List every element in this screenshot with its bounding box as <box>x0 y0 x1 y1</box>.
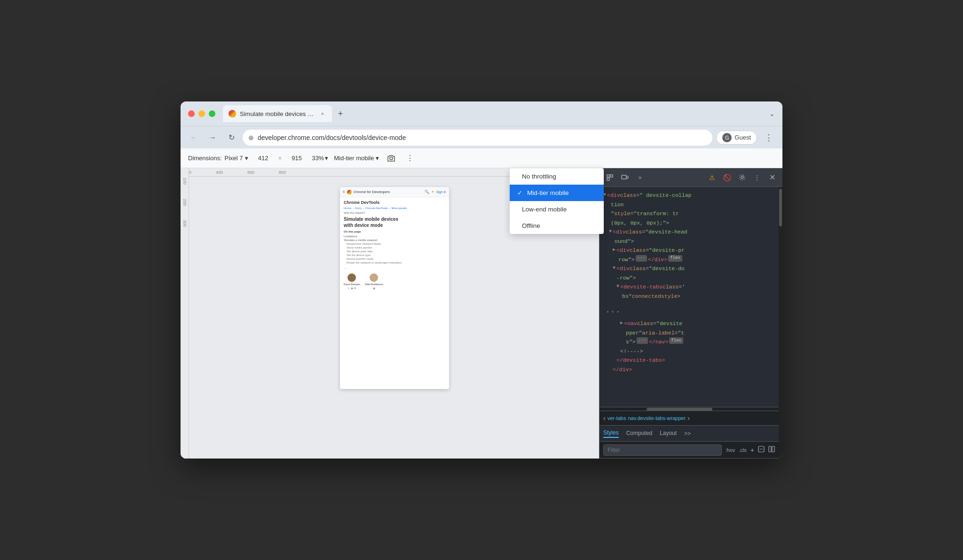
device-mode-toggle[interactable] <box>618 171 631 184</box>
device-picker[interactable]: Pixel 7 ▾ <box>225 155 248 162</box>
tab-dropdown-arrow[interactable]: ⌄ <box>769 110 775 117</box>
warnings-button[interactable]: ⚠ <box>705 171 718 184</box>
address-input[interactable] <box>258 134 707 141</box>
width-input[interactable] <box>254 155 273 162</box>
device-toc-subitem: Responsive Viewport Mode <box>344 242 445 246</box>
guest-label: Guest <box>734 134 751 141</box>
code-line: pper" aria-label="t <box>601 328 777 338</box>
throttle-option-mid-tier[interactable]: ✓ Mid-tier mobile <box>510 185 604 201</box>
pseudo-class-filter[interactable]: :hov <box>726 447 735 453</box>
svg-point-6 <box>741 176 743 179</box>
code-line: ound"> <box>601 237 777 246</box>
mid-tier-label: Mid-tier mobile <box>527 189 569 196</box>
device-brightness-icon: ✦ <box>431 190 434 194</box>
tab-computed[interactable]: Computed <box>626 430 652 437</box>
maximize-button[interactable] <box>209 110 215 117</box>
close-button[interactable] <box>188 110 195 117</box>
flex-badge-2[interactable]: flex <box>669 337 683 344</box>
breadcrumb-right-arrow[interactable]: › <box>687 414 690 422</box>
add-style-rule[interactable]: + <box>750 446 754 454</box>
back-button[interactable]: ← <box>186 130 201 145</box>
device-menu-icon: ≡ <box>343 190 345 194</box>
device-dropdown-arrow: ▾ <box>245 155 248 162</box>
minimize-button[interactable] <box>198 110 205 117</box>
code-line: ▶ <nav class="devsite <box>601 319 777 328</box>
device-author-2: Sofia Emelianova ⊛ <box>365 273 383 290</box>
throttle-option-low-end[interactable]: Low-end mobile <box>510 201 604 218</box>
element-selector-button[interactable] <box>603 171 616 184</box>
device-name: Pixel 7 <box>225 155 243 162</box>
active-tab[interactable]: Simulate mobile devices with × <box>223 105 332 122</box>
breadcrumb-item-nav[interactable]: nav.devsite-tabs-wrapper <box>628 415 686 421</box>
device-toc-item: Limitations <box>344 234 445 238</box>
expand-panel-button[interactable]: » <box>633 171 647 184</box>
device-toc-subitem: Rotate the viewport to landscape orienta… <box>344 261 445 264</box>
vertical-scrollbar[interactable] <box>779 187 782 459</box>
code-line: " style="transform: tr <box>601 209 777 218</box>
breadcrumb-item-tabs[interactable]: ver-tabs <box>608 415 626 421</box>
svg-rect-10 <box>772 446 774 452</box>
throttle-control[interactable]: Mid-tier mobile ▾ <box>334 155 379 162</box>
svg-rect-1 <box>607 175 609 177</box>
dom-tree: ▼ <div class=" devsite-collap tion " sty… <box>600 187 779 407</box>
selector-icon <box>606 174 614 181</box>
scrollbar-thumb[interactable] <box>779 189 782 226</box>
height-input[interactable] <box>287 155 306 162</box>
device-signin-label: Sign in <box>436 190 446 194</box>
mid-tier-check: ✓ <box>517 189 522 196</box>
dimensions-section: Dimensions: Pixel 7 ▾ <box>188 155 248 162</box>
throttle-option-no-throttling[interactable]: No throttling <box>510 168 604 185</box>
device-site-name: Chrome for Developers <box>354 190 423 194</box>
code-line: ▶ <div class="devsite-pr <box>601 246 777 255</box>
device-toc-subitem: Set device pixel ratio <box>344 249 445 253</box>
tab-styles[interactable]: Styles <box>603 429 619 438</box>
device-section-title: Chrome DevTools <box>344 200 445 205</box>
devtools-main-area: ▼ <div class=" devsite-collap tion " sty… <box>600 187 782 459</box>
cls-filter[interactable]: .cls <box>739 447 747 453</box>
more-options-button[interactable]: ⋮ <box>403 152 417 165</box>
flex-badge[interactable]: flex <box>668 255 682 262</box>
refresh-button[interactable]: ↻ <box>224 130 239 145</box>
computed-style-toggle[interactable] <box>768 446 775 454</box>
capture-screenshot-button[interactable] <box>385 152 398 165</box>
close-devtools-button[interactable]: ✕ <box>766 171 779 184</box>
device-avatar-2 <box>370 273 378 282</box>
collapse-badge[interactable]: ··· <box>636 255 647 262</box>
errors-button[interactable]: 🚫 <box>720 171 734 184</box>
throttle-option-offline[interactable]: Offline <box>510 218 604 234</box>
collapse-badge-2[interactable]: ··· <box>637 337 648 344</box>
styles-filter-input[interactable] <box>603 444 722 456</box>
device-page-title: Simulate mobile devices with device mode <box>344 216 445 228</box>
settings-button[interactable] <box>735 171 749 184</box>
code-line: tion <box>601 200 777 210</box>
github-icon: ⊛ <box>351 287 353 290</box>
breadcrumb-left-arrow[interactable]: ‹ <box>603 414 606 422</box>
throttle-label: Mid-tier mobile <box>334 155 374 162</box>
guest-button[interactable]: G Guest <box>716 131 757 145</box>
tab-layout[interactable]: Layout <box>660 430 677 437</box>
no-throttle-label: No throttling <box>522 173 556 180</box>
browser-window: Simulate mobile devices with × + ⌄ ← → ↻… <box>181 101 782 459</box>
device-toc-subitem: Device-specific mode <box>344 257 445 261</box>
more-tools-button[interactable]: ⋮ <box>750 171 764 184</box>
style-icon <box>758 446 765 452</box>
zoom-value: 33% <box>312 155 324 162</box>
horizontal-scrollbar[interactable] <box>600 407 779 411</box>
gear-icon <box>739 174 746 181</box>
code-line: -row"> <box>601 273 777 283</box>
guest-avatar: G <box>722 133 732 142</box>
styles-tabs-more[interactable]: >> <box>684 430 691 437</box>
tab-close-button[interactable]: × <box>319 110 326 117</box>
forward-button[interactable]: → <box>205 130 220 145</box>
new-style-rule[interactable] <box>758 446 765 454</box>
new-tab-button[interactable]: + <box>334 107 347 120</box>
browser-menu-button[interactable]: ⋮ <box>761 131 777 145</box>
devtools-scroll-area: ▼ <div class=" devsite-collap tion " sty… <box>600 187 779 459</box>
device-icon <box>621 174 629 181</box>
dimension-cross: × <box>278 155 282 162</box>
zoom-control[interactable]: 33% ▾ <box>312 155 328 162</box>
nav-bar: ← → ↻ ⊕ G Guest ⋮ <box>181 126 782 148</box>
address-security-icon: ⊕ <box>248 134 254 141</box>
svg-rect-4 <box>622 175 626 179</box>
throttle-dropdown-arrow: ▾ <box>376 155 379 162</box>
